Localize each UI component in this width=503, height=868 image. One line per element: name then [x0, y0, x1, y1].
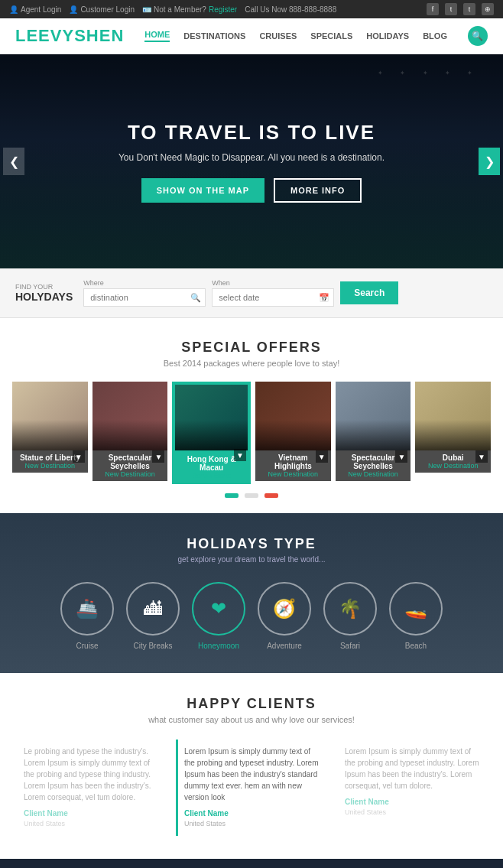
- holidays-type-title: HOLIDAYS TYPE: [15, 536, 488, 552]
- holidays-type-section: HOLIDAYS TYPE get explore your dream to …: [0, 513, 503, 673]
- beach-label: Beach: [405, 642, 427, 650]
- client-name-1: Client Name: [24, 808, 161, 819]
- offers-indicators: [12, 493, 491, 498]
- agent-login-link[interactable]: 👤 Agent Login: [9, 5, 61, 14]
- pinterest-icon[interactable]: ⊕: [482, 3, 494, 15]
- calendar-icon: 📅: [319, 293, 329, 303]
- holidays-text: HOLYDAYS: [15, 291, 73, 303]
- show-on-map-button[interactable]: SHOW ON THE MAP: [141, 178, 264, 203]
- nav-links: HOME DESTINATIONS CRUISES SPECIALS HOLID…: [144, 30, 447, 42]
- happy-clients-subtitle: what customer say about us and why love …: [15, 715, 488, 724]
- client-loc-2: United States: [184, 819, 321, 830]
- safari-label: Safari: [340, 642, 360, 650]
- logo-vyshen: VYSHEN: [50, 26, 124, 45]
- happy-clients-section: HAPPY CLIENTS what customer say about us…: [0, 673, 503, 859]
- search-section: FIND YOUR HOLYDAYS Where 🔍 When 📅 Search: [0, 268, 503, 318]
- offer-card-2[interactable]: Spectacular Seychelles New Destination ▼: [92, 382, 168, 484]
- client-loc-1: United States: [24, 819, 161, 830]
- hero-title: TO TRAVEL IS TO LIVE: [118, 121, 385, 145]
- nav-cruises[interactable]: CRUISES: [259, 31, 297, 41]
- testimonial-text-2: Lorem Ipsum is simply dummy text of the …: [184, 746, 321, 803]
- customer-login-link[interactable]: 👤 Customer Login: [69, 5, 135, 14]
- offer-card-3[interactable]: Hong Kong & Macau Bonus Extra: ▼: [172, 382, 251, 484]
- search-icon[interactable]: 🔍: [468, 26, 488, 46]
- city-breaks-label: City Breaks: [133, 642, 172, 650]
- indicator-1[interactable]: [225, 493, 239, 498]
- offer-expand-2[interactable]: ▼: [152, 450, 164, 463]
- hero-buttons: SHOW ON THE MAP MORE INFO: [118, 178, 385, 203]
- city-breaks-circle: 🏙: [126, 582, 180, 636]
- twitter-icon[interactable]: t: [445, 3, 457, 15]
- honeymoon-label: Honeymoon: [198, 642, 239, 650]
- user-icon: 👤: [9, 5, 18, 14]
- more-info-button[interactable]: MORE INFO: [274, 178, 362, 203]
- facebook-icon[interactable]: f: [427, 3, 439, 15]
- logo-lee: LEE: [15, 26, 50, 45]
- find-label: FIND YOUR HOLYDAYS: [15, 283, 73, 303]
- offer-card-4[interactable]: Vietnam Highlights New Destination ▼: [255, 382, 331, 484]
- tumblr-icon[interactable]: t: [463, 3, 475, 15]
- offer-card-5[interactable]: Spectacular Seychelles New Destination ▼: [336, 382, 411, 484]
- testimonial-text-1: Le probing and typese the industry's. Lo…: [24, 746, 161, 803]
- indicator-3[interactable]: [264, 493, 278, 498]
- search-button[interactable]: Search: [340, 281, 398, 304]
- offers-row: Statue of Liberty New Destination ▼ Spec…: [12, 382, 491, 484]
- holiday-honeymoon[interactable]: ❤ Honeymoon: [192, 582, 245, 650]
- hero-content: TO TRAVEL IS TO LIVE You Don't Need Magi…: [118, 121, 385, 203]
- top-bar-left: 👤 Agent Login 👤 Customer Login 🪪 Not a M…: [9, 5, 336, 14]
- destination-input[interactable]: [83, 288, 206, 307]
- adventure-circle: 🧭: [258, 582, 311, 636]
- when-field-group: When 📅: [212, 279, 334, 307]
- footer: Newsletter Duis autem vel eum iriure dol…: [0, 859, 503, 869]
- offer-image-1: [12, 382, 88, 450]
- nav-home[interactable]: HOME: [144, 30, 170, 42]
- holiday-beach[interactable]: 🚤 Beach: [389, 582, 443, 650]
- offer-image-4: [255, 382, 331, 450]
- safari-circle: 🌴: [323, 582, 377, 636]
- holiday-city-breaks[interactable]: 🏙 City Breaks: [126, 582, 180, 650]
- logo: LEEVYSHEN: [15, 26, 124, 46]
- cruise-circle: 🚢: [60, 582, 114, 636]
- when-input-wrap: 📅: [212, 288, 334, 307]
- offer-card-6[interactable]: Dubai New Destination ▼: [415, 382, 491, 484]
- client-loc-3: United States: [345, 808, 482, 818]
- offer-expand-6[interactable]: ▼: [475, 450, 488, 463]
- offer-image-5: [336, 382, 411, 450]
- offer-dest-1: New Destination: [17, 462, 83, 470]
- nav-holidays[interactable]: HOLIDAYS: [366, 31, 409, 41]
- testimonial-3: Lorem Ipsum is simply dummy text of the …: [336, 740, 488, 836]
- holiday-adventure[interactable]: 🧭 Adventure: [258, 582, 311, 650]
- date-input[interactable]: [212, 288, 334, 307]
- not-member-text: 🪪 Not a Member? Register: [142, 5, 237, 14]
- search-fields: Where 🔍 When 📅 Search: [83, 279, 488, 307]
- honeymoon-circle: ❤: [192, 582, 245, 636]
- testimonials: Le probing and typese the industry's. Lo…: [15, 740, 488, 836]
- holiday-cruise[interactable]: 🚢 Cruise: [60, 582, 114, 650]
- offer-image-3: [174, 383, 249, 452]
- client-name-3: Client Name: [345, 796, 482, 808]
- holiday-safari[interactable]: 🌴 Safari: [323, 582, 377, 650]
- offer-expand-1[interactable]: ▼: [73, 450, 85, 463]
- id-icon: 🪪: [142, 5, 151, 14]
- testimonial-1: Le probing and typese the industry's. Lo…: [15, 740, 167, 836]
- nav-blog[interactable]: BLOG: [423, 31, 447, 41]
- offer-image-6: [415, 382, 491, 450]
- special-offers-section: SPECIAL OFFERS Best 2014 packages where …: [0, 318, 503, 513]
- offer-expand-3[interactable]: ▼: [234, 449, 246, 461]
- offer-card-1[interactable]: Statue of Liberty New Destination ▼: [12, 382, 88, 484]
- special-offers-title: SPECIAL OFFERS: [12, 340, 491, 356]
- nav-specials[interactable]: SPECIALS: [310, 31, 352, 41]
- hero-prev-button[interactable]: ❮: [3, 148, 24, 175]
- holidays-type-icons: 🚢 Cruise 🏙 City Breaks ❤ Honeymoon 🧭 Adv…: [15, 582, 488, 650]
- nav-destinations[interactable]: DESTINATIONS: [183, 31, 245, 41]
- indicator-2[interactable]: [245, 493, 258, 498]
- where-input-wrap: 🔍: [83, 288, 206, 307]
- top-bar: 👤 Agent Login 👤 Customer Login 🪪 Not a M…: [0, 0, 503, 18]
- offer-expand-5[interactable]: ▼: [395, 450, 407, 463]
- cruise-label: Cruise: [76, 642, 99, 650]
- where-field-group: Where 🔍: [83, 279, 206, 307]
- hero-next-button[interactable]: ❯: [479, 148, 500, 175]
- offer-dest-3: Bonus Extra:: [178, 472, 245, 480]
- register-link[interactable]: Register: [209, 5, 237, 14]
- offer-expand-4[interactable]: ▼: [316, 450, 328, 463]
